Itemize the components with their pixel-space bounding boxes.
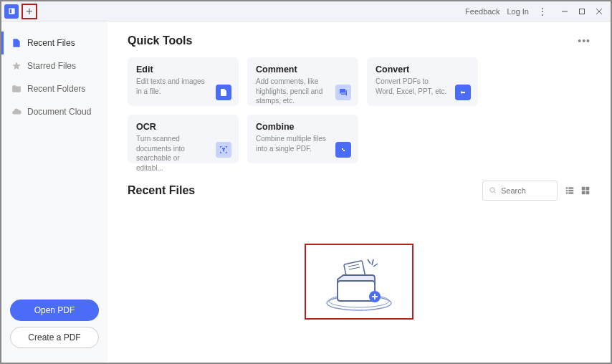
main-content: Quick Tools ••• Edit Edit texts and imag…: [107, 21, 611, 363]
svg-rect-9: [566, 187, 568, 188]
empty-folder-icon: [316, 249, 402, 314]
svg-rect-16: [586, 187, 590, 191]
window-minimize-button[interactable]: [556, 4, 573, 19]
sidebar-item-label: Recent Folders: [27, 84, 85, 94]
svg-rect-1: [9, 9, 11, 14]
open-pdf-button[interactable]: Open PDF: [10, 300, 99, 321]
sidebar-item-recent-folders[interactable]: Recent Folders: [1, 77, 107, 100]
svg-line-8: [494, 191, 495, 193]
svg-line-28: [372, 259, 373, 265]
svg-rect-3: [580, 9, 585, 14]
grid-view-button[interactable]: [580, 186, 591, 196]
folder-icon: [11, 84, 21, 94]
feedback-link[interactable]: Feedback: [465, 7, 499, 16]
sidebar-item-document-cloud[interactable]: Document Cloud: [1, 100, 107, 123]
tool-desc: Add comments, like highlights, pencil an…: [256, 77, 327, 106]
svg-rect-15: [582, 187, 585, 191]
login-link[interactable]: Log In: [507, 7, 529, 16]
tool-title: OCR: [136, 122, 230, 132]
tool-desc: Edit texts and images in a file.: [136, 77, 208, 96]
file-icon: [11, 38, 21, 48]
tool-card-edit[interactable]: Edit Edit texts and images in a file.: [128, 57, 239, 106]
titlebar-more-icon[interactable]: ⋮: [536, 6, 549, 17]
tool-card-convert[interactable]: Convert Convert PDFs to Word, Excel, PPT…: [367, 57, 478, 106]
sidebar-item-label: Starred Files: [27, 61, 76, 71]
tool-card-combine[interactable]: Combine Combine multiple files into a si…: [247, 115, 358, 163]
sidebar-item-label: Document Cloud: [27, 107, 91, 117]
svg-rect-10: [568, 187, 573, 188]
svg-point-7: [490, 188, 494, 192]
tool-card-comment[interactable]: Comment Add comments, like highlights, p…: [247, 57, 358, 106]
cloud-icon: [11, 107, 21, 117]
empty-illustration-highlight: [305, 244, 413, 320]
tool-title: Comment: [256, 64, 350, 75]
quick-tools-more-icon[interactable]: •••: [578, 35, 591, 47]
search-box[interactable]: [482, 181, 558, 201]
recent-files-empty: [128, 215, 591, 320]
ocr-icon: T: [216, 142, 231, 158]
tool-title: Edit: [136, 64, 230, 75]
sidebar-item-label: Recent Files: [27, 38, 75, 48]
comment-icon: [335, 85, 351, 100]
add-tab-button[interactable]: +: [21, 4, 37, 19]
titlebar: + Feedback Log In ⋮: [1, 1, 611, 21]
app-logo-icon: [4, 4, 19, 19]
tool-desc: Combine multiple files into a single PDF…: [256, 134, 327, 153]
window-maximize-button[interactable]: [573, 4, 591, 19]
convert-icon: [455, 85, 471, 100]
quick-tools-title: Quick Tools: [128, 34, 192, 47]
tool-card-ocr[interactable]: OCR Turn scanned documents into searchab…: [128, 115, 239, 163]
svg-line-27: [368, 259, 370, 264]
combine-icon: [335, 142, 351, 158]
sidebar: Recent Files Starred Files Recent Folder…: [1, 21, 107, 363]
search-icon: [489, 184, 497, 197]
svg-rect-11: [566, 190, 568, 191]
svg-rect-13: [566, 192, 568, 193]
tool-title: Combine: [256, 122, 350, 132]
svg-rect-18: [586, 191, 590, 195]
svg-rect-17: [582, 191, 585, 195]
tool-desc: Turn scanned documents into searchable o…: [136, 134, 208, 173]
sidebar-item-recent-files[interactable]: Recent Files: [1, 32, 107, 54]
edit-icon: [216, 85, 231, 100]
svg-rect-12: [568, 190, 573, 191]
svg-rect-14: [568, 192, 573, 193]
svg-text:T: T: [222, 148, 224, 152]
star-icon: [11, 61, 21, 71]
tool-desc: Convert PDFs to Word, Excel, PPT, etc.: [376, 77, 447, 96]
create-pdf-button[interactable]: Create a PDF: [10, 327, 99, 348]
window-close-button[interactable]: [591, 4, 608, 19]
tool-title: Convert: [376, 64, 469, 75]
sidebar-item-starred-files[interactable]: Starred Files: [1, 54, 107, 77]
recent-files-title: Recent Files: [128, 184, 195, 197]
list-view-button[interactable]: [565, 186, 575, 196]
search-input[interactable]: [501, 186, 551, 195]
svg-line-29: [373, 264, 378, 267]
svg-rect-0: [9, 8, 14, 14]
